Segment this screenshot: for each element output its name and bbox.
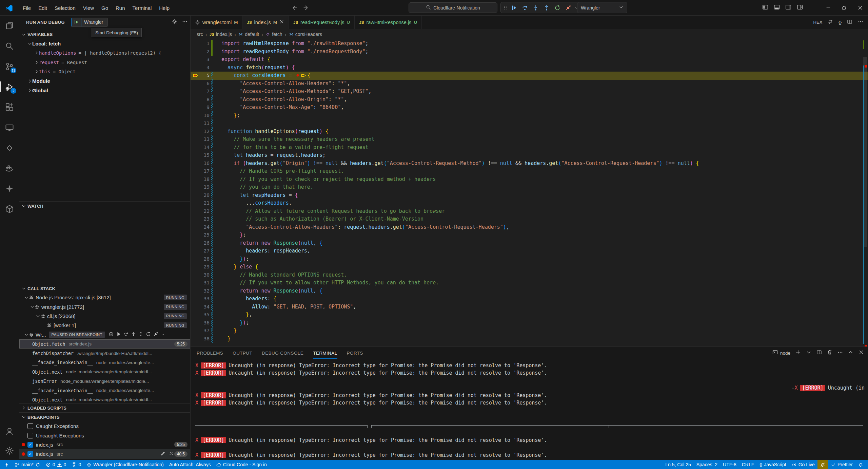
breadcrumb-item-default[interactable]: default bbox=[238, 32, 259, 37]
step-out-button[interactable] bbox=[138, 332, 143, 338]
code-line-25[interactable]: 25 }; bbox=[191, 231, 868, 239]
terminal-profiles-dropdown-button[interactable] bbox=[806, 350, 811, 356]
more-icon[interactable] bbox=[182, 19, 188, 24]
gutter-breakpoint-area[interactable] bbox=[191, 303, 201, 311]
gutter-breakpoint-area[interactable] bbox=[191, 160, 201, 168]
gutter-breakpoint-area[interactable] bbox=[191, 40, 201, 48]
gutter-breakpoint-area[interactable] bbox=[191, 167, 201, 175]
variable-row[interactable]: this= Object bbox=[19, 67, 190, 77]
breadcrumb-item-corsHeaders[interactable]: corsHeaders bbox=[289, 32, 322, 37]
gutter-breakpoint-area[interactable] bbox=[191, 119, 201, 128]
maximize-panel-button[interactable] bbox=[848, 350, 853, 356]
variables-group-global[interactable]: Global bbox=[19, 86, 190, 95]
activity-ai-assistant[interactable] bbox=[0, 179, 19, 199]
panel-tab-ports[interactable]: PORTS bbox=[347, 347, 363, 359]
activity-accounts[interactable] bbox=[0, 421, 19, 441]
gutter-breakpoint-area[interactable] bbox=[191, 191, 201, 200]
gutter-breakpoint-area[interactable] bbox=[191, 96, 201, 104]
status-eol[interactable]: CRLF bbox=[739, 460, 757, 469]
gutter-breakpoint-area[interactable] bbox=[191, 72, 201, 80]
status-notifications[interactable] bbox=[855, 460, 866, 469]
code-line-3[interactable]: 3export default { bbox=[191, 56, 868, 64]
code-line-30[interactable]: 30 // Handle standard OPTIONS request. bbox=[191, 271, 868, 279]
call-stack-session[interactable]: Wr...PAUSED ON BREAKPOINT bbox=[19, 330, 190, 339]
code-line-28[interactable]: 28 }); bbox=[191, 255, 868, 263]
grip-icon[interactable] bbox=[503, 5, 508, 10]
code-line-24[interactable]: 24 "Access-Control-Allow-Headers": reque… bbox=[191, 223, 868, 231]
step-out-button[interactable] bbox=[542, 3, 551, 12]
more-actions-button[interactable] bbox=[858, 19, 863, 25]
gutter-breakpoint-area[interactable] bbox=[191, 64, 201, 72]
activity-dev-environments[interactable] bbox=[0, 199, 19, 219]
menu-help[interactable]: Help bbox=[155, 3, 173, 13]
code-line-31[interactable]: 31 // If you want to allow other HTTP Me… bbox=[191, 279, 868, 287]
step-into-button[interactable] bbox=[131, 332, 136, 338]
gutter-breakpoint-area[interactable] bbox=[191, 104, 201, 112]
gutter-breakpoint-area[interactable] bbox=[191, 215, 201, 223]
continue-button[interactable] bbox=[116, 332, 121, 338]
code-line-37[interactable]: 37 } bbox=[191, 327, 868, 335]
split-terminal-button[interactable] bbox=[816, 350, 822, 356]
gutter-breakpoint-area[interactable] bbox=[191, 175, 201, 184]
code-line-23[interactable]: 23 // such as Authorization (Bearer) or … bbox=[191, 215, 868, 223]
gutter-breakpoint-area[interactable] bbox=[191, 56, 201, 64]
panel-tab-terminal[interactable]: TERMINAL bbox=[313, 347, 337, 359]
gutter-breakpoint-area[interactable] bbox=[191, 183, 201, 191]
call-stack-session[interactable]: wrangler.js [21772]RUNNING bbox=[19, 302, 190, 311]
status-cursor-position[interactable]: Ln 5, Col 25 bbox=[663, 460, 694, 469]
restore-button[interactable] bbox=[836, 0, 852, 16]
gutter-breakpoint-area[interactable] bbox=[191, 151, 201, 160]
launch-config-dropdown[interactable]: Wrangler bbox=[71, 18, 108, 27]
overview-ruler[interactable] bbox=[862, 40, 868, 346]
breakpoint-checkbox[interactable] bbox=[27, 423, 33, 429]
code-line-38[interactable]: 38 } bbox=[191, 335, 868, 343]
breadcrumb-item-index.js[interactable]: JSindex.js bbox=[210, 32, 232, 37]
step-over-button[interactable] bbox=[520, 3, 530, 12]
code-line-32[interactable]: 32 return new Response(null, { bbox=[191, 287, 868, 295]
activity-source-control[interactable]: 11 bbox=[0, 56, 19, 77]
gear-icon[interactable] bbox=[172, 19, 177, 24]
pause-circle-button[interactable] bbox=[108, 332, 114, 338]
code-line-2[interactable]: 2import readRequestBody from "./readRequ… bbox=[191, 48, 868, 56]
gutter-breakpoint-area[interactable] bbox=[191, 112, 201, 120]
code-line-13[interactable]: 13 // Make sure the necessary headers ar… bbox=[191, 135, 868, 144]
status-encoding[interactable]: UTF-8 bbox=[720, 460, 739, 469]
breakpoint-row[interactable]: Caught Exceptions bbox=[19, 421, 190, 431]
breakpoint-row[interactable]: ✓index.jssrc5:25 bbox=[19, 440, 190, 449]
close-tab-button[interactable] bbox=[279, 19, 284, 25]
call-stack-session[interactable]: Node.js Process: npx-cli.js [3612]RUNNIN… bbox=[19, 293, 190, 302]
gutter-breakpoint-area[interactable] bbox=[191, 128, 201, 136]
gutter-breakpoint-area[interactable] bbox=[191, 247, 201, 255]
menu-edit[interactable]: Edit bbox=[35, 3, 51, 13]
menu-view[interactable]: View bbox=[79, 3, 98, 13]
code-line-20[interactable]: 20 let respHeaders = { bbox=[191, 191, 868, 200]
code-line-21[interactable]: 21 ...corsHeaders, bbox=[191, 199, 868, 207]
edit-breakpoint-button[interactable] bbox=[160, 451, 165, 457]
breakpoint-row[interactable]: Uncaught Exceptions bbox=[19, 431, 190, 440]
code-line-33[interactable]: 33 headers: { bbox=[191, 295, 868, 303]
layout-panel-button[interactable] bbox=[774, 4, 780, 12]
terminal-output[interactable]: X[ERROR]Uncaught (in response) TypeError… bbox=[191, 359, 868, 460]
stack-frame-row[interactable]: jsonErrornode_modules/wrangler/templates… bbox=[19, 377, 190, 386]
status-language[interactable]: {}JavaScript bbox=[757, 460, 789, 469]
stack-frame-row[interactable]: __facade_invokeChain__node_modules/wrang… bbox=[19, 358, 190, 367]
gutter-breakpoint-area[interactable] bbox=[191, 207, 201, 215]
call-stack-session[interactable]: [worker 1]RUNNING bbox=[19, 321, 190, 330]
status-indentation[interactable]: Spaces: 2 bbox=[694, 460, 720, 469]
continue-button[interactable] bbox=[509, 3, 519, 12]
code-line-10[interactable]: 10 }; bbox=[191, 112, 868, 120]
code-line-29[interactable]: 29 } else { bbox=[191, 263, 868, 271]
call-stack-session[interactable]: cli.js [23068]RUNNING bbox=[19, 312, 190, 321]
gutter-breakpoint-area[interactable] bbox=[191, 295, 201, 303]
menu-file[interactable]: File bbox=[19, 3, 35, 13]
debug-config-dropdown[interactable]: Wrangler bbox=[577, 2, 627, 13]
variable-row[interactable]: request= Request bbox=[19, 58, 190, 67]
restart-button[interactable] bbox=[146, 332, 151, 338]
navigate-back-button[interactable] bbox=[291, 4, 298, 12]
gutter-breakpoint-area[interactable] bbox=[191, 199, 201, 207]
code-line-5[interactable]: 5 const corsHeaders = { bbox=[191, 72, 868, 80]
breadcrumb-item-src[interactable]: src bbox=[197, 32, 203, 37]
step-into-button[interactable] bbox=[531, 3, 540, 12]
stack-frame-row[interactable]: __facade_invokeChain__node_modules/wrang… bbox=[19, 386, 190, 395]
code-line-36[interactable]: 36 }); bbox=[191, 319, 868, 327]
